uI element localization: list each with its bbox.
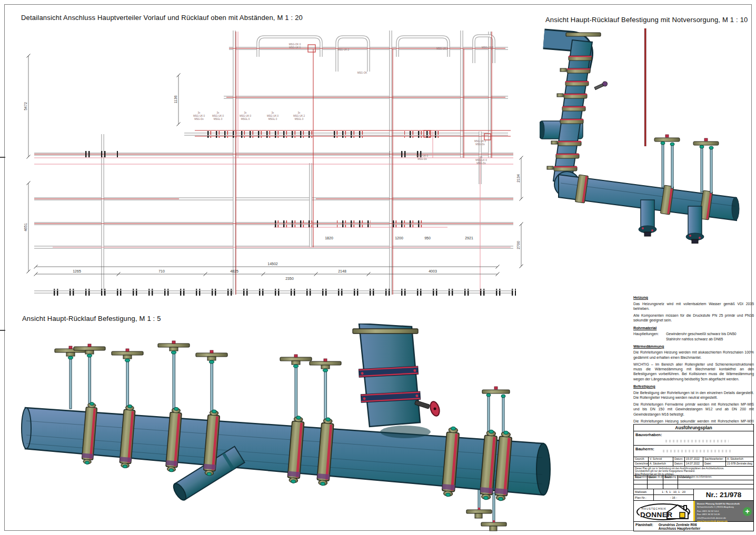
svg-text:MSG-Dx: MSG-Dx xyxy=(476,162,486,165)
rev-cell-empty xyxy=(634,484,648,489)
datum-label: Datum: xyxy=(673,462,685,467)
svg-text:3x: 3x xyxy=(198,112,201,114)
note-text: Die Befestigung der Rohrleitungen ist in… xyxy=(633,390,754,400)
pipe-stub-down xyxy=(686,206,704,244)
note-text: Die Rohrleitungen Fernwärme primär werde… xyxy=(633,402,754,417)
bauvorhaben-label: Bauvorhaben: xyxy=(635,432,662,437)
dim-chain: 2148 xyxy=(338,269,346,273)
svg-text:MSGL 0: MSGL 0 xyxy=(214,118,223,120)
svg-text:3x: 3x xyxy=(244,112,247,114)
rev-header-datum: Datum xyxy=(648,476,663,480)
dim-left: 4651 xyxy=(24,223,27,231)
svg-text:MSGL 0: MSGL 0 xyxy=(268,118,277,120)
note-text: Die Rohrleitungen Heizung werden mit alu… xyxy=(633,350,754,360)
datei-label: Datei: xyxy=(703,462,726,467)
titleblock-header: Ausführungsplan xyxy=(634,425,753,431)
svg-text:MSG-LK 0: MSG-LK 0 xyxy=(475,159,487,161)
svg-text:MSG-UK 0: MSG-UK 0 xyxy=(193,115,205,117)
rev-cell-empty xyxy=(648,484,663,489)
note-text: Stahlrohr nahtlos schwarz ab DN65 xyxy=(666,337,754,341)
dim-total: 14502 xyxy=(267,262,278,266)
iso-top-title: Ansicht Haupt-Rücklauf Befestigung mit N… xyxy=(545,16,748,24)
svg-text:MSG-OK: MSG-OK xyxy=(357,72,368,74)
rev-cell-empty xyxy=(663,484,678,489)
revision-table: Index Datum Bearb. Änderung xyxy=(634,476,753,489)
svg-text:MSGL 0: MSGL 0 xyxy=(241,118,250,120)
planinhalt-row: Planinhalt: Grundriss Zentrale R06 Ansch… xyxy=(634,522,753,531)
svg-text:MSG-UK 0: MSG-UK 0 xyxy=(267,115,279,117)
svg-text:3x: 3x xyxy=(298,112,301,114)
plan-clamp-ticks xyxy=(53,131,516,296)
branch-top-bracket xyxy=(353,329,418,334)
datum-label: Datum: xyxy=(673,457,685,462)
plan-sheet: Detailansicht Anschluss Hauptverteiler V… xyxy=(0,0,756,535)
firm-contact-box: Donner Planung GmbH für Haustechnik Schw… xyxy=(693,501,753,521)
dim-chain: 4825 xyxy=(230,269,238,273)
rev-cell-empty xyxy=(663,480,678,484)
rev-cell-empty xyxy=(634,480,648,484)
logo-text-top: HAUSTECHNIK xyxy=(642,507,667,510)
dim-riser: 1136 xyxy=(174,95,177,103)
rod-bracket xyxy=(693,138,719,193)
note-text: WICHTIG – Im Bereich aller Rollengleiter… xyxy=(633,362,754,381)
gezeichnet-label: Gezeichnet: xyxy=(634,462,649,467)
rev-cell-empty xyxy=(648,480,663,484)
geprueft-label: Geprüft: xyxy=(634,457,649,462)
rev-header-aenderung: Änderung xyxy=(678,476,753,480)
plannr-label: Plan-Nr.: xyxy=(634,495,654,501)
redacted-text xyxy=(665,440,729,442)
iso-top-drawing xyxy=(540,25,740,244)
svg-text:MSG-UK 2: MSG-UK 2 xyxy=(436,47,449,50)
dim-chain: 1265 xyxy=(73,269,81,273)
svg-text:MSG-OK 0: MSG-OK 0 xyxy=(289,43,301,46)
plan-vorlauf-lines xyxy=(34,32,513,295)
svg-text:MSG-UK 0: MSG-UK 0 xyxy=(474,140,486,143)
firm-row: HAUSTECHNIK DONNER Donner Planung GmbH f… xyxy=(634,501,753,522)
iso-bottom-title: Ansicht Haupt-Rücklauf Befestigung, M 1 … xyxy=(22,315,161,322)
note-text: Alle Komponenten müssen für die Druckstu… xyxy=(633,313,754,323)
top-bracket xyxy=(566,33,601,36)
redacted-text xyxy=(663,450,731,452)
svg-text:MSG-Dx: MSG-Dx xyxy=(475,143,485,146)
scale-block: Maßstab: 1 : 5, 1 : 10, 1 : 20 Plan-Nr.:… xyxy=(634,489,753,501)
datum-value: 14.07.2022 xyxy=(685,462,703,467)
bauvorhaben-row: Bauvorhaben: xyxy=(634,431,753,446)
rev-header-bearb: Bearb. xyxy=(663,476,678,480)
svg-text:MSG-UK 0: MSG-UK 0 xyxy=(289,46,301,49)
notes-heading-rohrmaterial: Rohrmaterial xyxy=(633,326,754,331)
sachbearbeiter-value: A. Säuberlich xyxy=(726,457,753,462)
plan-pipes-gray xyxy=(34,31,513,295)
dim-small: 950 xyxy=(424,236,431,240)
svg-text:MSG-UK 2: MSG-UK 2 xyxy=(293,115,305,117)
svg-text:MSG-Dx: MSG-Dx xyxy=(417,158,427,160)
title-block: Ausführungsplan Bauvorhaben: Bauherrn: G… xyxy=(633,424,754,531)
fold-mark xyxy=(0,330,5,331)
svg-text:MSG-UK 0: MSG-UK 0 xyxy=(240,115,252,117)
dim-right: 2700 xyxy=(516,241,520,249)
chimney xyxy=(684,506,687,510)
bauherr-row: Bauherrn: xyxy=(634,446,753,457)
svg-text:3x: 3x xyxy=(272,112,275,114)
note-label: Hauptleitungen: xyxy=(633,331,666,341)
dim-chain: 710 xyxy=(158,269,165,273)
rod-bracket xyxy=(654,135,680,188)
main-pipe xyxy=(25,408,543,495)
dim-small: 1820 xyxy=(325,236,333,240)
note-text: Das Heizungsnetz wird mit vollentsalztem… xyxy=(633,301,754,311)
geprueft-value: V. Schmid xyxy=(649,457,673,462)
datei-value: 21-978-Zentrale.dwg xyxy=(726,462,753,467)
drawing-number: Nr.: 21/978 xyxy=(694,489,753,501)
dim-chain: 4003 xyxy=(429,269,437,273)
planinhalt-label: Planinhalt: xyxy=(635,523,653,530)
dim-small: 1200 xyxy=(395,236,403,240)
notes-heading-heizung: Heizung xyxy=(633,295,754,300)
pipe-stub-down xyxy=(639,200,656,236)
notes-heading-daemmung: Wärmedämmung xyxy=(633,344,754,349)
massstab-value: 1 : 5, 1 : 10, 1 : 20 xyxy=(654,489,694,495)
svg-text:MSGL 0: MSGL 0 xyxy=(295,118,304,120)
svg-text:MSG-UK 2: MSG-UK 2 xyxy=(337,48,350,51)
svg-text:MSG-UK 0: MSG-UK 0 xyxy=(416,155,429,157)
rev-header-index: Index xyxy=(634,476,648,480)
datum-value: 15.07.2022 xyxy=(685,457,703,462)
rev-cell-empty xyxy=(678,480,753,484)
